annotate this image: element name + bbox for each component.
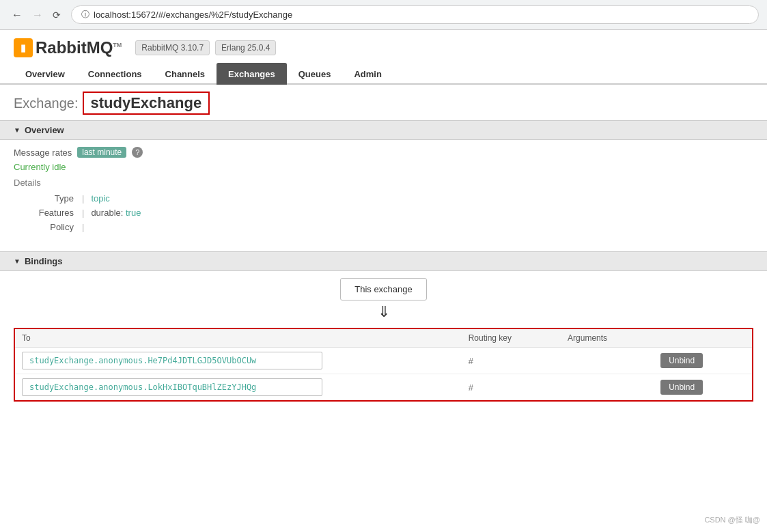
erlang-version-badge: Erlang 25.0.4 — [215, 40, 276, 55]
nav: Overview Connections Channels Exchanges … — [0, 63, 767, 85]
type-key: Type — [27, 193, 82, 204]
nav-item-queues[interactable]: Queues — [287, 63, 343, 85]
features-separator: | — [82, 208, 84, 218]
app: ▮ RabbitMQTM RabbitMQ 3.10.7 Erlang 25.0… — [0, 30, 767, 408]
bindings-table-body: studyExchange.anonymous.He7Pd4JDTLGJD5OV… — [14, 348, 753, 402]
currently-idle-text: Currently idle — [14, 162, 753, 172]
logo-icon: ▮ — [14, 38, 33, 57]
nav-item-overview[interactable]: Overview — [14, 63, 76, 85]
table-row: studyExchange.anonymous.LokHxIBOTquBHlZE… — [14, 374, 753, 402]
message-rates-row: Message rates last minute ? — [14, 147, 753, 158]
rabbitmq-version-badge: RabbitMQ 3.10.7 — [135, 40, 210, 55]
unbind-button-1[interactable]: Unbind — [660, 380, 703, 395]
features-val: true — [126, 208, 141, 218]
arguments-cell-0 — [561, 348, 654, 374]
bindings-header-row: To Routing key Arguments — [14, 328, 753, 348]
type-value: topic — [91, 193, 109, 204]
message-rates-label: Message rates — [14, 148, 72, 158]
features-label: durable: — [91, 208, 123, 218]
page-title-label: Exchange: — [14, 96, 79, 111]
help-icon[interactable]: ? — [132, 147, 143, 158]
policy-row: Policy | — [27, 222, 753, 232]
nav-item-admin[interactable]: Admin — [342, 63, 393, 85]
routing-key-cell-1: # — [462, 374, 561, 402]
col-routing-key: Routing key — [462, 328, 561, 348]
policy-key: Policy — [27, 222, 82, 232]
queue-cell-1: studyExchange.anonymous.LokHxIBOTquBHlZE… — [14, 374, 462, 402]
queue-cell-0: studyExchange.anonymous.He7Pd4JDTLGJD5OV… — [14, 348, 462, 374]
app-header: ▮ RabbitMQTM RabbitMQ 3.10.7 Erlang 25.0… — [0, 30, 767, 57]
address-bar[interactable]: ⓘ localhost:15672/#/exchanges/%2F/studyE… — [71, 5, 759, 24]
details-label: Details — [14, 178, 753, 188]
features-value: durable: true — [91, 208, 141, 218]
info-icon: ⓘ — [81, 9, 89, 20]
type-separator: | — [82, 193, 84, 204]
exchange-name: studyExchange — [83, 92, 210, 115]
details-table: Type | topic Features | durable: true Po… — [27, 193, 753, 232]
unbind-cell-0: Unbind — [654, 348, 753, 374]
browser-nav-buttons: ← → ⟳ — [8, 8, 64, 23]
nav-item-exchanges[interactable]: Exchanges — [217, 63, 287, 85]
features-row: Features | durable: true — [27, 208, 753, 218]
page-title-bar: Exchange: studyExchange — [0, 85, 767, 115]
version-badges: RabbitMQ 3.10.7 Erlang 25.0.4 — [135, 40, 276, 55]
bindings-table: To Routing key Arguments studyExchange.a… — [14, 328, 753, 402]
col-to: To — [14, 328, 462, 348]
overview-triangle-icon: ▼ — [14, 126, 20, 134]
overview-section-header[interactable]: ▼ Overview — [0, 120, 767, 140]
overview-section-label: Overview — [25, 125, 64, 135]
routing-key-cell-0: # — [462, 348, 561, 374]
url-text: localhost:15672/#/exchanges/%2F/studyExc… — [94, 10, 292, 20]
overview-content: Message rates last minute ? Currently id… — [0, 140, 767, 246]
back-button[interactable]: ← — [8, 8, 26, 23]
bindings-content: This exchange ⇓ To Routing key Arguments… — [0, 271, 767, 408]
unbind-cell-1: Unbind — [654, 374, 753, 402]
col-arguments: Arguments — [561, 328, 654, 348]
browser-bar: ← → ⟳ ⓘ localhost:15672/#/exchanges/%2F/… — [0, 0, 767, 30]
nav-item-channels[interactable]: Channels — [154, 63, 217, 85]
unbind-button-0[interactable]: Unbind — [660, 353, 703, 368]
table-row: studyExchange.anonymous.He7Pd4JDTLGJD5OV… — [14, 348, 753, 374]
routing-key-value-0: # — [469, 356, 473, 366]
bindings-triangle-icon: ▼ — [14, 257, 20, 265]
queue-link-1[interactable]: studyExchange.anonymous.LokHxIBOTquBHlZE… — [22, 378, 322, 396]
arrow-down-icon: ⇓ — [378, 303, 390, 321]
features-key: Features — [27, 208, 82, 218]
this-exchange-button[interactable]: This exchange — [340, 278, 427, 300]
last-minute-pill[interactable]: last minute — [77, 147, 126, 158]
routing-key-value-1: # — [469, 382, 473, 393]
this-exchange-box: This exchange ⇓ — [14, 278, 753, 321]
bindings-table-head: To Routing key Arguments — [14, 328, 753, 348]
nav-item-connections[interactable]: Connections — [76, 63, 154, 85]
bindings-section-label: Bindings — [25, 256, 63, 266]
forward-button[interactable]: → — [29, 8, 46, 23]
logo-text: RabbitMQTM — [36, 38, 122, 57]
policy-separator: | — [82, 222, 84, 232]
queue-link-0[interactable]: studyExchange.anonymous.He7Pd4JDTLGJD5OV… — [22, 352, 322, 369]
type-row: Type | topic — [27, 193, 753, 204]
logo: ▮ RabbitMQTM — [14, 38, 122, 57]
arguments-cell-1 — [561, 374, 654, 402]
col-action — [654, 328, 753, 348]
bindings-section-header[interactable]: ▼ Bindings — [0, 251, 767, 271]
refresh-button[interactable]: ⟳ — [49, 8, 64, 22]
